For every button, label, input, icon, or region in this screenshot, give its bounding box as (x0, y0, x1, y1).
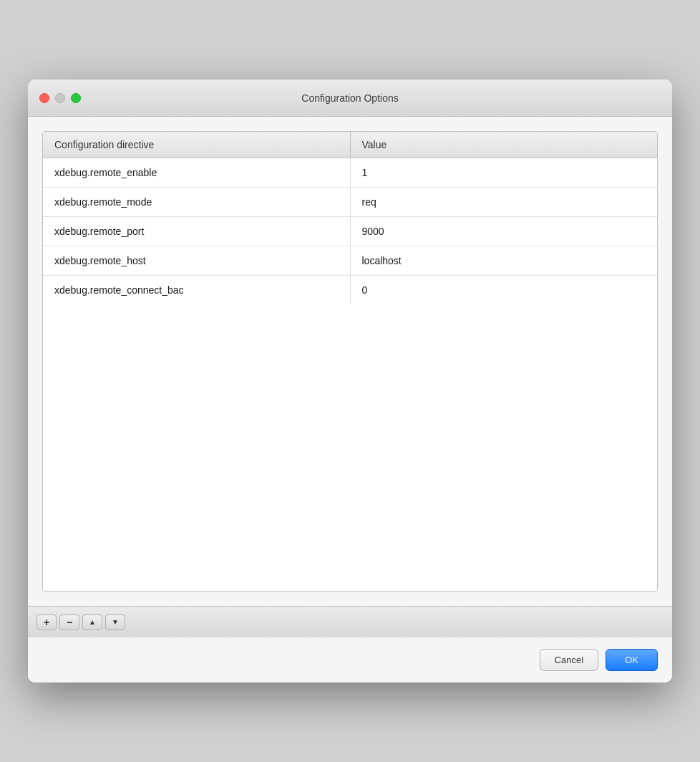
col-header-value: Value (350, 132, 657, 158)
directive-cell: xdebug.remote_enable (43, 158, 350, 188)
configuration-dialog: Configuration Options Configuration dire… (28, 79, 672, 683)
directive-cell: xdebug.remote_connect_bac (43, 276, 350, 305)
dialog-footer: Cancel OK (28, 637, 672, 683)
remove-row-button[interactable]: − (59, 614, 79, 630)
title-bar: Configuration Options (28, 79, 672, 117)
window-content: Configuration directive Value xdebug.rem… (28, 117, 672, 606)
table-toolbar: + − (28, 606, 672, 637)
col-header-directive: Configuration directive (43, 132, 350, 158)
table-row[interactable]: xdebug.remote_hostlocalhost (43, 246, 657, 276)
directive-cell: xdebug.remote_host (43, 246, 350, 276)
cancel-button[interactable]: Cancel (540, 649, 598, 671)
table-row[interactable]: xdebug.remote_modereq (43, 188, 657, 217)
ok-button[interactable]: OK (606, 649, 658, 671)
directive-cell: xdebug.remote_port (43, 217, 350, 246)
table-row[interactable]: xdebug.remote_connect_bac0 (43, 276, 657, 305)
directive-cell: xdebug.remote_mode (43, 188, 350, 217)
close-button[interactable] (39, 93, 49, 103)
value-cell: localhost (350, 246, 657, 276)
move-up-button[interactable] (82, 614, 102, 630)
maximize-button[interactable] (71, 93, 81, 103)
move-down-button[interactable] (105, 614, 125, 630)
config-table: Configuration directive Value xdebug.rem… (43, 132, 657, 304)
traffic-lights (39, 93, 81, 103)
value-cell: 0 (350, 276, 657, 305)
table-header-row: Configuration directive Value (43, 132, 657, 158)
add-row-button[interactable]: + (37, 614, 57, 630)
window-title: Configuration Options (301, 92, 398, 104)
value-cell: req (350, 188, 657, 217)
table-row[interactable]: xdebug.remote_enable1 (43, 158, 657, 188)
config-table-container: Configuration directive Value xdebug.rem… (42, 131, 658, 592)
empty-table-area (43, 304, 657, 591)
minimize-button[interactable] (55, 93, 65, 103)
table-row[interactable]: xdebug.remote_port9000 (43, 217, 657, 246)
value-cell: 9000 (350, 217, 657, 246)
value-cell: 1 (350, 158, 657, 188)
